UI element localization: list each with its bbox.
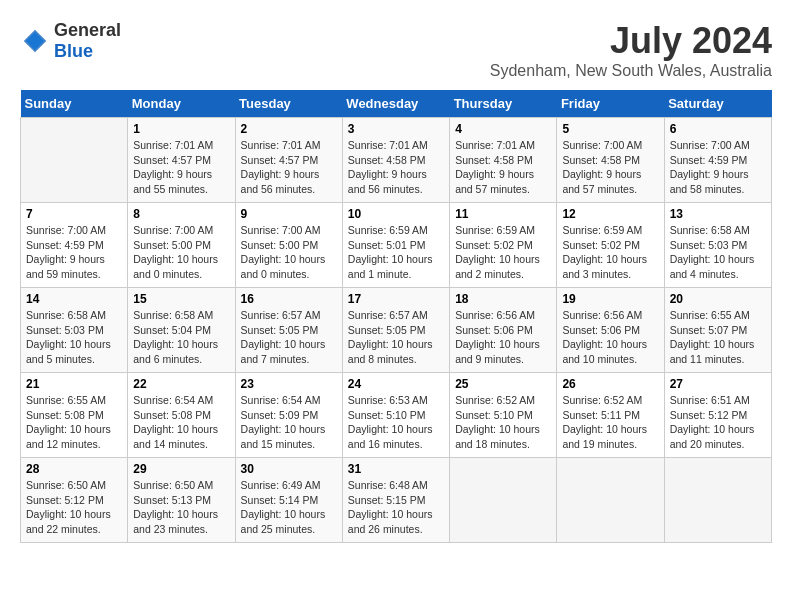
weekday-header: Friday — [557, 90, 664, 118]
day-info: Sunrise: 7:00 AMSunset: 4:59 PMDaylight:… — [26, 223, 122, 282]
calendar-cell: 9Sunrise: 7:00 AMSunset: 5:00 PMDaylight… — [235, 203, 342, 288]
svg-marker-1 — [26, 32, 44, 50]
calendar-cell: 25Sunrise: 6:52 AMSunset: 5:10 PMDayligh… — [450, 373, 557, 458]
day-info: Sunrise: 6:59 AMSunset: 5:02 PMDaylight:… — [562, 223, 658, 282]
calendar-cell — [664, 458, 771, 543]
day-info: Sunrise: 6:57 AMSunset: 5:05 PMDaylight:… — [348, 308, 444, 367]
weekday-header: Thursday — [450, 90, 557, 118]
day-number: 30 — [241, 462, 337, 476]
day-number: 21 — [26, 377, 122, 391]
day-number: 14 — [26, 292, 122, 306]
logo-text: General Blue — [54, 20, 121, 62]
calendar-cell: 6Sunrise: 7:00 AMSunset: 4:59 PMDaylight… — [664, 118, 771, 203]
day-info: Sunrise: 6:49 AMSunset: 5:14 PMDaylight:… — [241, 478, 337, 537]
logo-icon — [20, 26, 50, 56]
calendar-cell: 2Sunrise: 7:01 AMSunset: 4:57 PMDaylight… — [235, 118, 342, 203]
day-info: Sunrise: 6:50 AMSunset: 5:12 PMDaylight:… — [26, 478, 122, 537]
day-number: 4 — [455, 122, 551, 136]
calendar-cell: 1Sunrise: 7:01 AMSunset: 4:57 PMDaylight… — [128, 118, 235, 203]
calendar-cell: 20Sunrise: 6:55 AMSunset: 5:07 PMDayligh… — [664, 288, 771, 373]
logo: General Blue — [20, 20, 121, 62]
day-info: Sunrise: 7:01 AMSunset: 4:57 PMDaylight:… — [241, 138, 337, 197]
calendar-week-row: 21Sunrise: 6:55 AMSunset: 5:08 PMDayligh… — [21, 373, 772, 458]
calendar-week-row: 7Sunrise: 7:00 AMSunset: 4:59 PMDaylight… — [21, 203, 772, 288]
day-info: Sunrise: 7:01 AMSunset: 4:58 PMDaylight:… — [348, 138, 444, 197]
calendar-cell: 10Sunrise: 6:59 AMSunset: 5:01 PMDayligh… — [342, 203, 449, 288]
weekday-header: Wednesday — [342, 90, 449, 118]
day-number: 13 — [670, 207, 766, 221]
day-number: 26 — [562, 377, 658, 391]
day-number: 11 — [455, 207, 551, 221]
day-number: 5 — [562, 122, 658, 136]
day-info: Sunrise: 6:59 AMSunset: 5:02 PMDaylight:… — [455, 223, 551, 282]
calendar-cell: 29Sunrise: 6:50 AMSunset: 5:13 PMDayligh… — [128, 458, 235, 543]
calendar-cell: 31Sunrise: 6:48 AMSunset: 5:15 PMDayligh… — [342, 458, 449, 543]
weekday-header: Tuesday — [235, 90, 342, 118]
main-title: July 2024 — [490, 20, 772, 62]
day-number: 17 — [348, 292, 444, 306]
calendar-cell: 4Sunrise: 7:01 AMSunset: 4:58 PMDaylight… — [450, 118, 557, 203]
day-info: Sunrise: 7:00 AMSunset: 4:59 PMDaylight:… — [670, 138, 766, 197]
calendar-cell: 24Sunrise: 6:53 AMSunset: 5:10 PMDayligh… — [342, 373, 449, 458]
weekday-header: Sunday — [21, 90, 128, 118]
day-number: 12 — [562, 207, 658, 221]
calendar-cell: 17Sunrise: 6:57 AMSunset: 5:05 PMDayligh… — [342, 288, 449, 373]
day-number: 15 — [133, 292, 229, 306]
day-number: 16 — [241, 292, 337, 306]
calendar-cell: 21Sunrise: 6:55 AMSunset: 5:08 PMDayligh… — [21, 373, 128, 458]
day-info: Sunrise: 7:00 AMSunset: 5:00 PMDaylight:… — [133, 223, 229, 282]
day-info: Sunrise: 6:59 AMSunset: 5:01 PMDaylight:… — [348, 223, 444, 282]
day-number: 2 — [241, 122, 337, 136]
day-info: Sunrise: 6:58 AMSunset: 5:03 PMDaylight:… — [26, 308, 122, 367]
calendar-cell: 14Sunrise: 6:58 AMSunset: 5:03 PMDayligh… — [21, 288, 128, 373]
day-info: Sunrise: 7:01 AMSunset: 4:58 PMDaylight:… — [455, 138, 551, 197]
logo-blue: Blue — [54, 41, 93, 61]
calendar-cell: 7Sunrise: 7:00 AMSunset: 4:59 PMDaylight… — [21, 203, 128, 288]
calendar-cell — [21, 118, 128, 203]
day-info: Sunrise: 6:56 AMSunset: 5:06 PMDaylight:… — [562, 308, 658, 367]
day-info: Sunrise: 6:53 AMSunset: 5:10 PMDaylight:… — [348, 393, 444, 452]
calendar-week-row: 14Sunrise: 6:58 AMSunset: 5:03 PMDayligh… — [21, 288, 772, 373]
calendar-cell — [557, 458, 664, 543]
day-number: 10 — [348, 207, 444, 221]
day-info: Sunrise: 6:58 AMSunset: 5:04 PMDaylight:… — [133, 308, 229, 367]
day-info: Sunrise: 6:50 AMSunset: 5:13 PMDaylight:… — [133, 478, 229, 537]
day-number: 19 — [562, 292, 658, 306]
calendar-cell: 16Sunrise: 6:57 AMSunset: 5:05 PMDayligh… — [235, 288, 342, 373]
day-info: Sunrise: 6:52 AMSunset: 5:11 PMDaylight:… — [562, 393, 658, 452]
day-info: Sunrise: 6:54 AMSunset: 5:09 PMDaylight:… — [241, 393, 337, 452]
calendar-cell: 19Sunrise: 6:56 AMSunset: 5:06 PMDayligh… — [557, 288, 664, 373]
calendar-cell: 28Sunrise: 6:50 AMSunset: 5:12 PMDayligh… — [21, 458, 128, 543]
title-area: July 2024 Sydenham, New South Wales, Aus… — [490, 20, 772, 80]
day-info: Sunrise: 6:55 AMSunset: 5:07 PMDaylight:… — [670, 308, 766, 367]
calendar-cell: 22Sunrise: 6:54 AMSunset: 5:08 PMDayligh… — [128, 373, 235, 458]
calendar-cell: 13Sunrise: 6:58 AMSunset: 5:03 PMDayligh… — [664, 203, 771, 288]
calendar-cell: 5Sunrise: 7:00 AMSunset: 4:58 PMDaylight… — [557, 118, 664, 203]
day-info: Sunrise: 6:54 AMSunset: 5:08 PMDaylight:… — [133, 393, 229, 452]
day-number: 6 — [670, 122, 766, 136]
calendar-cell: 3Sunrise: 7:01 AMSunset: 4:58 PMDaylight… — [342, 118, 449, 203]
day-number: 27 — [670, 377, 766, 391]
day-info: Sunrise: 6:58 AMSunset: 5:03 PMDaylight:… — [670, 223, 766, 282]
calendar-cell: 27Sunrise: 6:51 AMSunset: 5:12 PMDayligh… — [664, 373, 771, 458]
calendar-cell: 12Sunrise: 6:59 AMSunset: 5:02 PMDayligh… — [557, 203, 664, 288]
day-info: Sunrise: 6:48 AMSunset: 5:15 PMDaylight:… — [348, 478, 444, 537]
subtitle: Sydenham, New South Wales, Australia — [490, 62, 772, 80]
day-number: 29 — [133, 462, 229, 476]
day-number: 28 — [26, 462, 122, 476]
day-info: Sunrise: 7:00 AMSunset: 4:58 PMDaylight:… — [562, 138, 658, 197]
day-number: 31 — [348, 462, 444, 476]
day-number: 7 — [26, 207, 122, 221]
logo-general: General — [54, 20, 121, 40]
day-number: 22 — [133, 377, 229, 391]
page-header: General Blue July 2024 Sydenham, New Sou… — [20, 20, 772, 80]
calendar-week-row: 1Sunrise: 7:01 AMSunset: 4:57 PMDaylight… — [21, 118, 772, 203]
calendar-cell — [450, 458, 557, 543]
day-number: 3 — [348, 122, 444, 136]
day-number: 20 — [670, 292, 766, 306]
day-info: Sunrise: 6:55 AMSunset: 5:08 PMDaylight:… — [26, 393, 122, 452]
day-info: Sunrise: 6:56 AMSunset: 5:06 PMDaylight:… — [455, 308, 551, 367]
day-number: 9 — [241, 207, 337, 221]
day-number: 1 — [133, 122, 229, 136]
calendar-cell: 18Sunrise: 6:56 AMSunset: 5:06 PMDayligh… — [450, 288, 557, 373]
